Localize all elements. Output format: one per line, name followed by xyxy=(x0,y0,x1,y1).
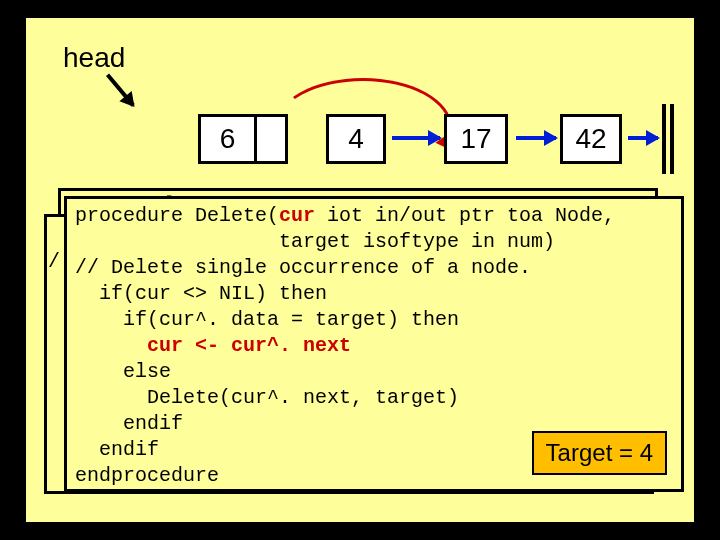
node-value: 4 xyxy=(329,117,383,161)
node-next-slot xyxy=(257,117,285,161)
code-line: target isoftype in num) xyxy=(75,230,555,253)
next-arrow xyxy=(628,136,658,140)
code-line: if(cur <> NIL) then xyxy=(75,282,327,305)
node-value: 42 xyxy=(563,117,619,161)
next-arrow xyxy=(392,136,440,140)
list-node-17: 17 xyxy=(444,114,508,164)
head-pointer-arrow xyxy=(106,73,135,106)
slide-canvas: head 6 4 17 42 p r D l t / procedure Del… xyxy=(22,14,698,526)
next-arrow xyxy=(516,136,556,140)
code-line: endprocedure xyxy=(75,464,219,487)
code-line: Delete(cur^. next, target) xyxy=(75,386,459,409)
code-line: endif xyxy=(75,412,183,435)
code-line-highlight: cur <- cur^. next xyxy=(75,334,351,357)
target-badge: Target = 4 xyxy=(532,431,667,475)
code-line: iot in/out ptr toa Node, xyxy=(315,204,615,227)
code-line: procedure Delete( xyxy=(75,204,279,227)
node-value: 6 xyxy=(201,117,257,161)
list-node-42: 42 xyxy=(560,114,622,164)
list-node-6: 6 xyxy=(198,114,288,164)
nil-terminator-bar xyxy=(670,104,674,174)
list-node-4: 4 xyxy=(326,114,386,164)
node-value: 17 xyxy=(447,117,505,161)
code-panel-front: procedure Delete(cur iot in/out ptr toa … xyxy=(64,196,684,492)
obscured-text: / xyxy=(48,250,60,273)
nil-terminator-bar xyxy=(662,104,666,174)
code-line: endif xyxy=(75,438,159,461)
code-line: else xyxy=(75,360,171,383)
code-line: if(cur^. data = target) then xyxy=(75,308,459,331)
keyword-cur: cur xyxy=(279,204,315,227)
head-label: head xyxy=(63,42,125,74)
code-line: // Delete single occurrence of a node. xyxy=(75,256,531,279)
